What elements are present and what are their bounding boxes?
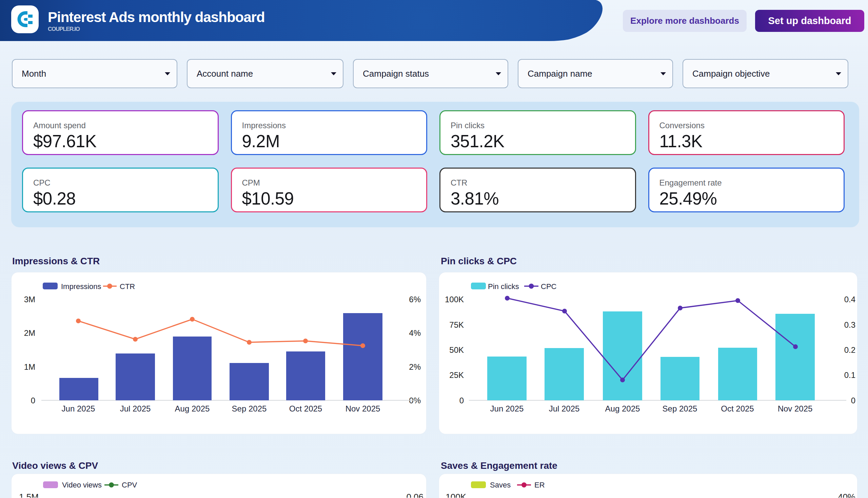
svg-text:3M: 3M xyxy=(24,295,35,304)
svg-text:100K: 100K xyxy=(445,295,464,304)
svg-text:0.2: 0.2 xyxy=(844,345,855,354)
svg-text:Video views: Video views xyxy=(62,481,102,489)
svg-text:0: 0 xyxy=(31,396,35,405)
svg-text:0.4: 0.4 xyxy=(844,295,855,304)
svg-text:1M: 1M xyxy=(24,362,35,371)
svg-text:Sep 2025: Sep 2025 xyxy=(663,404,697,413)
svg-text:0.3: 0.3 xyxy=(844,320,855,329)
svg-text:Jul 2025: Jul 2025 xyxy=(549,404,580,413)
svg-text:0.1: 0.1 xyxy=(844,370,855,380)
svg-text:Nov 2025: Nov 2025 xyxy=(346,404,380,413)
svg-text:Oct 2025: Oct 2025 xyxy=(289,404,322,413)
svg-text:Aug 2025: Aug 2025 xyxy=(175,404,210,413)
svg-text:CPV: CPV xyxy=(122,481,137,489)
svg-text:CPC: CPC xyxy=(541,282,557,291)
svg-text:Jul 2025: Jul 2025 xyxy=(120,404,151,413)
svg-text:40%: 40% xyxy=(838,492,855,498)
svg-text:Nov 2025: Nov 2025 xyxy=(778,404,813,413)
svg-text:Impressions: Impressions xyxy=(61,282,102,291)
svg-text:CTR: CTR xyxy=(120,282,135,291)
svg-text:2M: 2M xyxy=(24,328,35,338)
svg-text:1.5M: 1.5M xyxy=(19,492,39,498)
svg-text:25K: 25K xyxy=(449,370,464,380)
svg-text:0.06: 0.06 xyxy=(406,492,424,498)
svg-text:ER: ER xyxy=(534,481,545,489)
svg-text:100K: 100K xyxy=(445,492,466,498)
svg-text:Pin clicks: Pin clicks xyxy=(488,282,519,291)
svg-text:2%: 2% xyxy=(409,362,421,371)
svg-text:50K: 50K xyxy=(449,345,464,354)
svg-text:75K: 75K xyxy=(449,320,464,329)
svg-text:4%: 4% xyxy=(409,328,421,338)
svg-text:Jun 2025: Jun 2025 xyxy=(490,404,524,413)
svg-text:Jun 2025: Jun 2025 xyxy=(62,404,95,413)
svg-text:0: 0 xyxy=(459,396,464,405)
svg-text:0: 0 xyxy=(851,396,855,405)
svg-text:Saves: Saves xyxy=(490,481,511,489)
svg-text:Sep 2025: Sep 2025 xyxy=(232,404,267,413)
svg-text:6%: 6% xyxy=(409,295,421,304)
svg-text:Oct 2025: Oct 2025 xyxy=(721,404,754,413)
svg-text:Aug 2025: Aug 2025 xyxy=(605,404,640,413)
